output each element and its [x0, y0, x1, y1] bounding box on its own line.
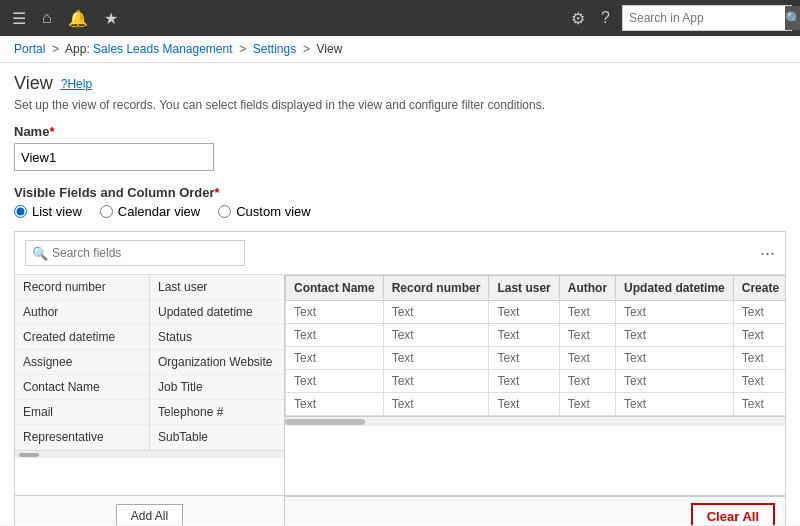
list-item[interactable]: Record number	[15, 275, 149, 300]
fields-col-2: Last user Updated datetime Status Organi…	[150, 275, 284, 450]
col-record-number: Record number	[383, 276, 489, 301]
fields-list: Record number Author Created datetime As…	[15, 275, 285, 495]
fields-search-bar: 🔍	[25, 240, 245, 266]
table-row: TextTextTextTextTextText	[286, 347, 786, 370]
fields-body: Record number Author Created datetime As…	[15, 275, 785, 495]
page-content: View ?Help Set up the view of records. Y…	[0, 63, 800, 525]
radio-calendar-view[interactable]: Calendar view	[100, 204, 200, 219]
fields-header: 🔍 ···	[15, 232, 785, 275]
list-item[interactable]: Organization Website	[150, 350, 284, 375]
visible-fields-label: Visible Fields and Column Order*	[14, 185, 786, 200]
breadcrumb-portal[interactable]: Portal	[14, 42, 45, 56]
page-title-row: View ?Help	[14, 73, 786, 94]
list-item[interactable]: Assignee	[15, 350, 149, 375]
radio-list-view[interactable]: List view	[14, 204, 82, 219]
col-last-user: Last user	[489, 276, 559, 301]
fields-search-input[interactable]	[52, 246, 238, 260]
menu-icon[interactable]: ☰	[8, 5, 30, 32]
list-item[interactable]: Representative	[15, 425, 149, 450]
help-link[interactable]: ?Help	[61, 77, 92, 91]
table-header-row: Contact Name Record number Last user Aut…	[286, 276, 786, 301]
fields-list-inner: Record number Author Created datetime As…	[15, 275, 284, 450]
breadcrumb-app[interactable]: Sales Leads Management	[93, 42, 232, 56]
global-search-bar: 🔍	[622, 5, 792, 31]
radio-custom-view[interactable]: Custom view	[218, 204, 310, 219]
name-label: Name*	[14, 124, 786, 139]
list-item[interactable]: Contact Name	[15, 375, 149, 400]
star-icon[interactable]: ★	[100, 5, 122, 32]
preview-table: Contact Name Record number Last user Aut…	[285, 275, 785, 416]
top-nav: ☰ ⌂ 🔔 ★ ⚙ ? 🔍	[0, 0, 800, 36]
preview-area: Contact Name Record number Last user Aut…	[285, 275, 785, 495]
list-item[interactable]: Last user	[150, 275, 284, 300]
bottom-bar: Clear All	[285, 496, 785, 525]
breadcrumb-settings[interactable]: Settings	[253, 42, 296, 56]
col-author: Author	[559, 276, 615, 301]
global-search-input[interactable]	[623, 6, 785, 30]
page-title: View	[14, 73, 53, 94]
list-item[interactable]: Updated datetime	[150, 300, 284, 325]
table-row: TextTextTextTextTextText	[286, 393, 786, 416]
bell-icon[interactable]: 🔔	[64, 5, 92, 32]
list-item[interactable]: Email	[15, 400, 149, 425]
fields-footer-row: Add All Clear All	[15, 495, 785, 525]
view-type-radio-group: List view Calendar view Custom view	[14, 204, 786, 219]
home-icon[interactable]: ⌂	[38, 5, 56, 31]
breadcrumb-current: View	[317, 42, 343, 56]
table-row: TextTextTextTextTextText	[286, 324, 786, 347]
list-item[interactable]: Status	[150, 325, 284, 350]
list-item[interactable]: SubTable	[150, 425, 284, 450]
table-row: TextTextTextTextTextText	[286, 370, 786, 393]
col-updated-datetime: Updated datetime	[616, 276, 734, 301]
search-icon: 🔍	[32, 246, 48, 261]
table-row: TextTextTextTextTextText	[286, 301, 786, 324]
help-icon[interactable]: ?	[597, 5, 614, 31]
breadcrumb-label-app: App:	[65, 42, 90, 56]
col-contact-name: Contact Name	[286, 276, 384, 301]
more-options-icon[interactable]: ···	[760, 243, 775, 264]
list-item[interactable]: Author	[15, 300, 149, 325]
list-item[interactable]: Telephone #	[150, 400, 284, 425]
list-item[interactable]: Job Title	[150, 375, 284, 400]
fields-col-1: Record number Author Created datetime As…	[15, 275, 150, 450]
global-search-button[interactable]: 🔍	[785, 6, 800, 30]
name-input[interactable]	[14, 143, 214, 171]
name-required: *	[49, 124, 54, 139]
page-description: Set up the view of records. You can sele…	[14, 98, 786, 112]
add-all-button[interactable]: Add All	[116, 504, 183, 525]
visible-fields-required: *	[215, 185, 220, 200]
fields-section: 🔍 ··· Record number Author Created datet…	[14, 231, 786, 525]
list-item[interactable]: Created datetime	[15, 325, 149, 350]
breadcrumb: Portal > App: Sales Leads Management > S…	[0, 36, 800, 63]
clear-all-button[interactable]: Clear All	[691, 503, 775, 525]
col-create: Create	[733, 276, 785, 301]
settings-icon[interactable]: ⚙	[567, 5, 589, 32]
